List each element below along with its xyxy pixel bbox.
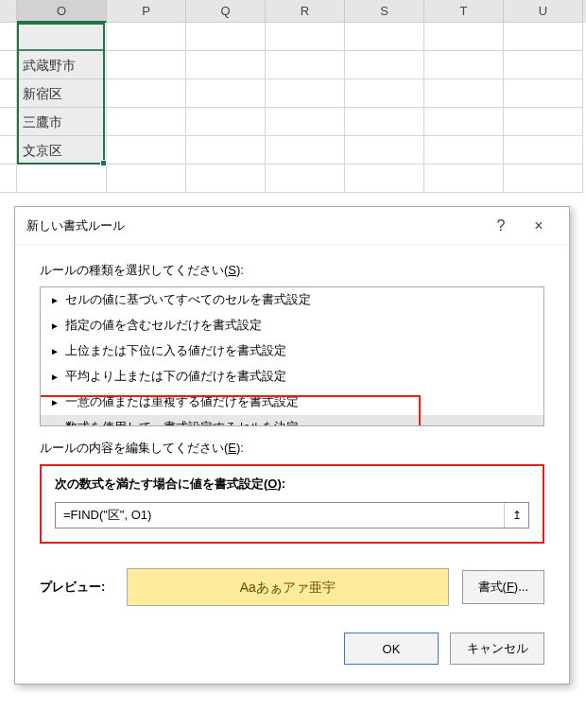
rule-type-item[interactable]: ►平均より上または下の値だけを書式設定: [41, 364, 543, 390]
cell-T2[interactable]: [424, 51, 504, 79]
row-header-1[interactable]: [0, 23, 17, 51]
cell-T6[interactable]: [424, 165, 504, 193]
dialog-body: ルールの種類を選択してください(S): ►セルの値に基づいてすべてのセルを書式設…: [15, 245, 569, 684]
spreadsheet: O P Q R S T U 台東区 武蔵野市: [0, 0, 586, 193]
cell-U4[interactable]: [504, 108, 583, 136]
cell-P1[interactable]: [107, 23, 186, 51]
arrow-icon: ►: [50, 321, 60, 331]
cell-R2[interactable]: [266, 51, 345, 79]
rule-type-list[interactable]: ►セルの値に基づいてすべてのセルを書式設定 ►指定の値を含むセルだけを書式設定 …: [40, 286, 544, 426]
cell-Q1[interactable]: [186, 23, 266, 51]
cell-U5[interactable]: [504, 136, 583, 165]
cell-S2[interactable]: [345, 51, 424, 79]
rule-type-label: ルールの種類を選択してください(S):: [40, 262, 544, 279]
collapse-dialog-button[interactable]: ↥: [504, 503, 528, 528]
row-header-3[interactable]: [0, 79, 17, 108]
cell-Q3[interactable]: [186, 79, 266, 108]
cell-O6[interactable]: [17, 165, 107, 193]
column-header-S[interactable]: S: [345, 0, 424, 23]
row-header-6[interactable]: [0, 165, 17, 193]
preview-label: プレビュー:: [40, 579, 113, 596]
column-header-R[interactable]: R: [266, 0, 345, 23]
dialog-button-row: OK キャンセル: [40, 633, 544, 665]
cell-T5[interactable]: [424, 136, 504, 165]
cell-Q6[interactable]: [186, 165, 266, 193]
column-header-T[interactable]: T: [424, 0, 504, 23]
rule-type-item[interactable]: ►上位または下位に入る値だけを書式設定: [41, 338, 543, 364]
rule-type-item[interactable]: ►セルの値に基づいてすべてのセルを書式設定: [41, 287, 543, 313]
cell-P5[interactable]: [107, 136, 186, 165]
arrow-icon: ►: [50, 372, 60, 382]
formula-input-wrap: ↥: [55, 502, 529, 529]
grid-body: 台東区 武蔵野市 新宿区: [0, 23, 586, 193]
format-button[interactable]: 書式(F)...: [462, 570, 544, 604]
formula-section: 次の数式を満たす場合に値を書式設定(O): ↥: [40, 464, 544, 544]
ok-button[interactable]: OK: [344, 633, 439, 665]
cell-S4[interactable]: [345, 108, 424, 136]
cell-S1[interactable]: [345, 23, 424, 51]
formula-label: 次の数式を満たす場合に値を書式設定(O):: [55, 476, 529, 493]
column-headers-row: O P Q R S T U: [0, 0, 586, 23]
edit-rule-label: ルールの内容を編集してください(E):: [40, 440, 544, 457]
cell-U2[interactable]: [504, 51, 583, 79]
row-header-2[interactable]: [0, 51, 17, 79]
cell-P4[interactable]: [107, 108, 186, 136]
row-header-4[interactable]: [0, 108, 17, 136]
arrow-icon: ►: [50, 295, 60, 305]
arrow-icon: ►: [50, 423, 60, 426]
cell-T3[interactable]: [424, 79, 504, 108]
cell-U3[interactable]: [504, 79, 583, 108]
row-header-5[interactable]: [0, 136, 17, 165]
cell-P6[interactable]: [107, 165, 186, 193]
cell-R1[interactable]: [266, 23, 345, 51]
select-all-corner[interactable]: [0, 0, 17, 23]
cell-Q2[interactable]: [186, 51, 266, 79]
cell-T1[interactable]: [424, 23, 504, 51]
cell-S3[interactable]: [345, 79, 424, 108]
preview-row: プレビュー: Aaあぁアァ亜宇 書式(F)...: [40, 568, 544, 606]
cell-U6[interactable]: [504, 165, 583, 193]
dialog-title: 新しい書式ルール: [26, 217, 482, 234]
rule-type-item-selected[interactable]: ►数式を使用して、書式設定するセルを決定: [41, 415, 543, 426]
cell-O5[interactable]: 文京区: [17, 136, 107, 165]
cell-O4[interactable]: 三鷹市: [17, 108, 107, 136]
column-header-U[interactable]: U: [504, 0, 583, 23]
cell-Q4[interactable]: [186, 108, 266, 136]
cell-S5[interactable]: [345, 136, 424, 165]
cell-R4[interactable]: [266, 108, 345, 136]
cell-R3[interactable]: [266, 79, 345, 108]
formula-input[interactable]: [56, 503, 504, 528]
column-header-Q[interactable]: Q: [186, 0, 266, 23]
cell-P3[interactable]: [107, 79, 186, 108]
column-header-O[interactable]: O: [17, 0, 107, 23]
preview-box: Aaあぁアァ亜宇: [127, 568, 449, 606]
rule-type-item[interactable]: ►一意の値または重複する値だけを書式設定: [41, 390, 543, 415]
close-button[interactable]: ×: [520, 217, 558, 234]
cell-T4[interactable]: [424, 108, 504, 136]
cancel-button[interactable]: キャンセル: [450, 633, 544, 665]
cell-P2[interactable]: [107, 51, 186, 79]
cell-S6[interactable]: [345, 165, 424, 193]
arrow-icon: ►: [50, 397, 60, 407]
dialog-titlebar[interactable]: 新しい書式ルール ? ×: [15, 207, 569, 245]
cell-Q5[interactable]: [186, 136, 266, 165]
cell-U1[interactable]: [504, 23, 583, 51]
cell-R5[interactable]: [266, 136, 345, 165]
cell-O1[interactable]: 台東区: [17, 23, 107, 51]
cell-O3[interactable]: 新宿区: [17, 79, 107, 108]
cell-O2[interactable]: 武蔵野市: [17, 51, 107, 79]
rule-type-item[interactable]: ►指定の値を含むセルだけを書式設定: [41, 313, 543, 338]
arrow-icon: ►: [50, 346, 60, 356]
column-header-P[interactable]: P: [107, 0, 186, 23]
new-formatting-rule-dialog: 新しい書式ルール ? × ルールの種類を選択してください(S): ►セルの値に基…: [14, 206, 570, 685]
help-button[interactable]: ?: [482, 217, 520, 234]
cell-R6[interactable]: [266, 165, 345, 193]
